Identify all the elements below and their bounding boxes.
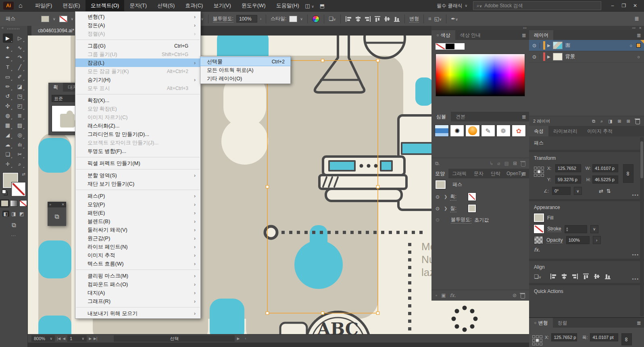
collapse-panels-icon[interactable]: «« <box>523 26 527 30</box>
object-menu-artboards[interactable]: 대지(A) › <box>75 288 200 297</box>
layer-thumbnail[interactable] <box>553 53 563 61</box>
panel-icon[interactable]: ⧉ <box>48 207 66 226</box>
blend-tool[interactable]: ◎ <box>15 130 25 140</box>
change-screen-mode-icon[interactable]: ⧉ <box>12 222 16 229</box>
height-field[interactable]: 46.5225 p <box>592 176 618 184</box>
eraser-tool[interactable]: ◪ <box>15 82 25 91</box>
fill-swatch[interactable] <box>468 205 476 212</box>
align-bottom-icon[interactable] <box>394 16 400 22</box>
gradient-mode-button[interactable] <box>10 200 18 207</box>
layer-selection-indicator[interactable] <box>636 43 641 48</box>
none-swatch[interactable] <box>436 43 445 50</box>
tab-character[interactable]: 문자 <box>470 169 487 178</box>
new-sublayer-icon[interactable]: ⊞ <box>618 119 621 124</box>
object-menu-hide[interactable]: 숨기기(H) › <box>75 75 200 84</box>
align-to-selection-icon[interactable]: ❏∨ <box>534 274 541 280</box>
lock-submenu-other-layers[interactable]: 기타 레이어(O) <box>200 74 290 83</box>
align-vcenter-icon[interactable] <box>594 273 600 280</box>
free-transform-tool[interactable]: ◰ <box>15 101 25 111</box>
opacity-expand-icon[interactable]: › <box>593 236 601 244</box>
width-field[interactable]: 41.0107 pt <box>590 333 618 341</box>
duplicate-item-icon[interactable]: ▣ <box>441 293 446 298</box>
y-field[interactable]: 59.3276 p <box>555 176 581 184</box>
align-bottom-icon[interactable] <box>604 273 611 280</box>
appearance-opacity-row[interactable]: ⊙ 불투명도: 초기값 <box>431 214 529 226</box>
select-similar-icon[interactable]: ◱∨ <box>434 16 442 22</box>
object-menu-compound-path[interactable]: 컴파운드 패스(O) › <box>75 280 200 288</box>
stroke-width-stepper[interactable]: ∧∨ <box>565 225 587 233</box>
stroke-none-swatch[interactable] <box>468 193 476 201</box>
new-symbol-icon[interactable]: ⊞ <box>513 161 517 166</box>
align-top-icon[interactable] <box>374 16 381 22</box>
eyedropper-tool[interactable]: ◢ <box>3 130 13 140</box>
x-field[interactable]: 125.7652 <box>555 164 581 172</box>
layer-expand-icon[interactable]: ▶ <box>547 54 553 59</box>
expand-icon[interactable]: ❯ <box>444 194 447 199</box>
stroke-width-dropdown-icon[interactable]: ∨ <box>590 225 598 233</box>
delete-layer-icon[interactable] <box>636 119 640 124</box>
object-menu-envelope-distort[interactable]: 둘러싸기 왜곡(V) › <box>75 226 200 234</box>
tab-layers[interactable]: 레이어 <box>529 30 553 40</box>
object-menu-create-gradient-mesh[interactable]: 그라디언트 망 만들기(D)... <box>75 130 200 138</box>
collapse-panels-icon[interactable]: «« <box>632 26 636 30</box>
scale-tool[interactable]: ◳ <box>15 92 25 101</box>
rectangle-tool[interactable]: ▭ <box>3 72 13 82</box>
white-swatch[interactable] <box>455 43 465 50</box>
share-icon[interactable]: ⬒ <box>320 3 325 9</box>
draw-inside-icon[interactable]: ◩ <box>19 211 25 217</box>
draw-behind-icon[interactable]: ◨ <box>10 211 17 217</box>
first-artboard-icon[interactable]: |◀ <box>57 337 60 341</box>
layer-row[interactable]: ⊙ ▶ 背景 ○ <box>529 51 644 63</box>
object-menu-path[interactable]: 패스(P) › <box>75 192 200 200</box>
layer-visibility-eye-icon[interactable]: ⊙ <box>529 54 540 60</box>
more-options-icon[interactable]: ••• <box>632 276 639 281</box>
close-button[interactable]: ✕ <box>629 3 641 8</box>
opacity-label[interactable]: 불투명도: <box>213 15 233 23</box>
layer-expand-icon[interactable]: ▶ <box>547 43 553 48</box>
toolbar-collapse-icon[interactable]: « <box>2 26 4 30</box>
symbols-panel-menu-icon[interactable]: ≣ <box>522 114 526 120</box>
opacity-swatch[interactable] <box>534 236 543 244</box>
document-setup-icon[interactable]: ❏∨ <box>329 16 336 22</box>
slice-tool[interactable]: ✂ <box>15 150 25 159</box>
object-menu-expand[interactable]: 확장(X)... <box>75 96 200 105</box>
next-artboard-icon[interactable]: ▶ <box>89 337 92 341</box>
tab-appearance[interactable]: 모양 <box>431 169 448 178</box>
more-options-icon[interactable]: ••• <box>632 252 639 257</box>
tab-stroke[interactable]: 획 <box>48 83 63 92</box>
expand-panel-icon[interactable]: » <box>49 203 51 207</box>
toolbar-grip[interactable] <box>7 28 19 29</box>
collect-for-export-icon[interactable]: ⧉ <box>592 119 595 124</box>
selection-tool[interactable]: ▶ <box>3 33 13 43</box>
menubar-object[interactable]: 오브젝트(O) <box>85 0 125 11</box>
style-swatch[interactable] <box>289 16 297 22</box>
flip-vertical-icon[interactable]: ⇅ <box>606 188 611 194</box>
reference-point-selector[interactable] <box>532 335 542 345</box>
symbol-ocean-banner[interactable] <box>435 125 449 137</box>
width-tool[interactable]: ✣ <box>3 101 13 111</box>
direct-selection-tool[interactable]: ▷ <box>15 33 25 43</box>
menubar-file[interactable]: 파일(F) <box>30 0 58 11</box>
magic-wand-tool[interactable]: ✦ <box>3 43 13 52</box>
opacity-field[interactable]: 100% <box>566 236 590 244</box>
paintbrush-tool[interactable]: ✐ <box>15 72 25 82</box>
visibility-eye-icon[interactable]: ⊙ <box>436 194 441 200</box>
layer-target-icon[interactable]: ○ <box>629 43 632 48</box>
reference-point-selector[interactable] <box>534 167 544 177</box>
fill-swatch[interactable] <box>534 213 544 222</box>
align-left-icon[interactable] <box>550 273 556 280</box>
object-menu-slice[interactable]: 분할 영역(S) › <box>75 171 200 180</box>
delete-symbol-icon[interactable] <box>521 162 525 167</box>
symbol-options-icon[interactable]: ▤ <box>504 161 509 166</box>
transform-button[interactable]: 변형 <box>409 15 419 23</box>
stroke-swatch[interactable] <box>534 225 544 233</box>
stroke-color-swatch[interactable] <box>59 16 67 22</box>
tab-swatches[interactable]: 견본 <box>451 112 470 121</box>
new-art-maintains-icon[interactable]: ▫ <box>436 293 437 298</box>
fx-button[interactable]: fx. <box>534 247 540 253</box>
artboard-number-field[interactable]: 1∨ <box>67 335 87 342</box>
lock-submenu-all-artwork-above[interactable]: 모든 아트웍 위로(A) <box>200 66 290 74</box>
align-right-icon[interactable] <box>365 16 371 22</box>
visibility-eye-icon[interactable]: ⊙ <box>436 217 441 223</box>
link-dimensions-icon[interactable]: ∞ <box>621 333 632 345</box>
